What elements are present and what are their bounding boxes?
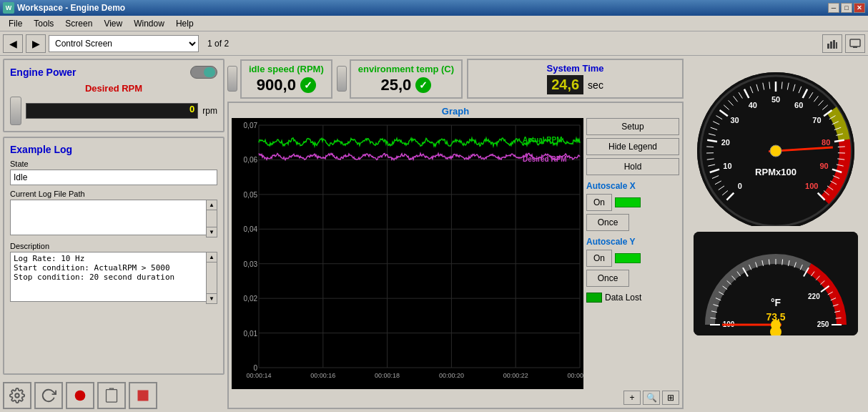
settings-button[interactable] — [3, 382, 31, 409]
system-time-value-row: 24,6 sec — [547, 75, 603, 94]
svg-rect-3 — [836, 42, 837, 49]
idle-speed-check: ✓ — [300, 77, 316, 93]
desired-rpm-label: Desired RPM — [10, 83, 217, 94]
env-temp-value-row: 25,0 ✓ — [381, 76, 432, 94]
scroll-track — [207, 210, 217, 227]
menu-tools[interactable]: Tools — [28, 17, 59, 30]
page-indicator: 1 of 2 — [202, 39, 235, 49]
desc-scroll-up[interactable]: ▲ — [207, 252, 217, 263]
graph-toolbar: + 🔍 ⊞ — [232, 391, 679, 405]
state-label: State — [10, 160, 217, 168]
gauges-panel — [686, 59, 865, 409]
rpm-unit: rpm — [202, 106, 217, 116]
menu-file[interactable]: File — [3, 17, 28, 30]
toolbar: ◀ ▶ Control Screen 1 of 2 — [0, 31, 868, 56]
forward-button[interactable]: ▶ — [26, 34, 46, 53]
menu-bar: File Tools Screen View Window Help — [0, 16, 868, 31]
setup-button[interactable]: Setup — [586, 118, 679, 135]
idle-speed-value: 900,0 — [257, 76, 296, 94]
menu-help[interactable]: Help — [170, 17, 199, 30]
rpm-input[interactable]: 0 — [26, 103, 198, 119]
menu-window[interactable]: Window — [128, 17, 170, 30]
chart-button[interactable] — [822, 34, 842, 53]
menu-view[interactable]: View — [98, 17, 128, 30]
hide-legend-button[interactable]: Hide Legend — [586, 138, 679, 155]
graph-title: Graph — [232, 106, 679, 117]
clipboard-button[interactable] — [97, 382, 126, 409]
engine-box: Engine Power Desired RPM 0 rpm — [3, 59, 225, 132]
system-time-value: 24,6 — [547, 75, 583, 94]
menu-screen[interactable]: Screen — [59, 17, 98, 30]
main-content: Engine Power Desired RPM 0 rpm Example L… — [0, 56, 868, 412]
example-log-box: Example Log State Idle Current Log File … — [3, 137, 225, 375]
minimize-button[interactable]: ─ — [828, 3, 839, 13]
log-path-scrollbar: ▲ ▼ — [206, 200, 217, 237]
stop-button[interactable] — [129, 382, 157, 409]
autoscale-y-controls: On — [586, 250, 679, 267]
chart-type-button[interactable]: ⊞ — [662, 391, 679, 405]
zoom-button[interactable]: 🔍 — [643, 391, 660, 405]
autoscale-x-label: Autoscale X — [586, 181, 679, 191]
back-button[interactable]: ◀ — [3, 34, 23, 53]
autoscale-y-indicator — [615, 253, 641, 263]
graph-controls: Setup Hide Legend Hold Autoscale X On On… — [586, 118, 679, 389]
system-time-metric: System Time 24,6 sec — [467, 59, 684, 99]
autoscale-y-once-button[interactable]: Once — [586, 270, 629, 287]
svg-rect-9 — [138, 391, 149, 401]
graph-container: Graph Setup Hide Legend Hold Autoscale X — [227, 102, 684, 409]
left-panel: Engine Power Desired RPM 0 rpm Example L… — [3, 59, 225, 409]
bottom-toolbar — [3, 382, 225, 409]
data-lost-indicator: Data Lost — [586, 293, 679, 303]
idle-speed-value-row: 900,0 ✓ — [257, 76, 316, 94]
center-panel: idle speed (RPM) 900,0 ✓ environment tem… — [227, 59, 684, 409]
desc-scroll-track — [207, 263, 217, 293]
rpm-gauge — [694, 62, 858, 226]
maximize-button[interactable]: □ — [841, 3, 852, 13]
svg-rect-2 — [833, 40, 835, 49]
log-path-label: Current Log File Path — [10, 190, 217, 198]
engine-toggle[interactable] — [190, 66, 217, 79]
env-temp-check: ✓ — [415, 77, 431, 93]
svg-rect-0 — [827, 44, 829, 49]
state-input[interactable]: Idle — [10, 170, 217, 185]
title-bar-controls: ─ □ ✕ — [828, 3, 865, 13]
toolbar-right — [822, 34, 865, 53]
autoscale-x-on-button[interactable]: On — [586, 194, 612, 211]
record-button[interactable] — [66, 382, 94, 409]
description-label: Description — [10, 242, 217, 250]
hold-button[interactable]: Hold — [586, 158, 679, 175]
idle-speed-label: idle speed (RPM) — [249, 64, 324, 74]
idle-speed-slider[interactable] — [227, 66, 237, 92]
idle-speed-box: idle speed (RPM) 900,0 ✓ — [227, 59, 332, 99]
log-title: Example Log — [10, 144, 217, 155]
metrics-row: idle speed (RPM) 900,0 ✓ environment tem… — [227, 59, 684, 99]
autoscale-y-on-button[interactable]: On — [586, 250, 612, 267]
svg-point-6 — [15, 393, 19, 398]
screen-button[interactable] — [845, 34, 865, 53]
env-temp-value: 25,0 — [381, 76, 412, 94]
desc-scroll-down[interactable]: ▼ — [207, 293, 217, 303]
description-textarea[interactable]: Log Rate: 10 Hz Start condition: ActualR… — [10, 252, 217, 302]
screen-selector[interactable]: Control Screen — [49, 35, 199, 52]
refresh-button[interactable] — [34, 382, 63, 409]
app-icon: W — [3, 2, 14, 14]
autoscale-x-once-button[interactable]: Once — [586, 214, 629, 231]
close-button[interactable]: ✕ — [854, 3, 865, 13]
scroll-up-arrow[interactable]: ▲ — [207, 200, 217, 210]
title-bar: W Workspace - Engine Demo ─ □ ✕ — [0, 0, 868, 16]
data-lost-label: Data Lost — [605, 293, 641, 303]
idle-speed-metric: idle speed (RPM) 900,0 ✓ — [240, 59, 332, 99]
svg-rect-5 — [853, 46, 857, 48]
rpm-slider[interactable] — [10, 97, 21, 125]
graph-main: Setup Hide Legend Hold Autoscale X On On… — [232, 118, 679, 389]
temp-gauge — [694, 232, 858, 335]
svg-rect-1 — [830, 41, 832, 49]
rpm-control: 0 rpm — [10, 97, 217, 125]
env-temp-label: environment temp (C) — [358, 64, 454, 74]
graph-canvas — [232, 118, 583, 389]
zoom-plus-button[interactable]: + — [623, 391, 641, 405]
log-path-textarea[interactable] — [10, 200, 217, 235]
scroll-down-arrow[interactable]: ▼ — [207, 227, 217, 237]
autoscale-x-indicator — [615, 197, 641, 207]
env-temp-slider[interactable] — [337, 66, 347, 92]
